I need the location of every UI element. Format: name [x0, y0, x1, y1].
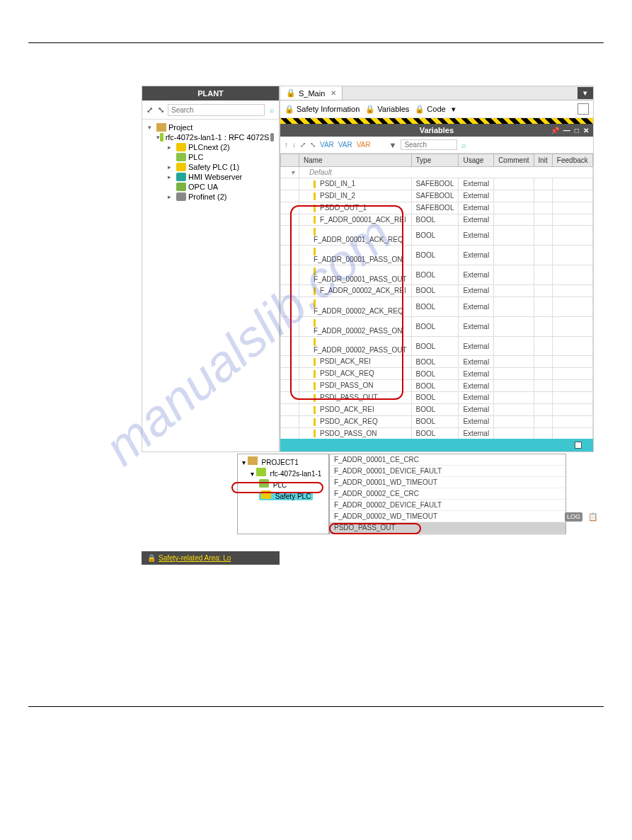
tree-plcnext[interactable]: ▸PLCnext (2): [142, 142, 279, 152]
mini-plc[interactable]: PLC: [239, 478, 327, 490]
table-row[interactable]: F_ADDR_00001_ACK_REIBOOLExternal: [281, 214, 593, 226]
tree-safety-plc[interactable]: ▸Safety PLC (1): [142, 162, 279, 172]
var-tool-2[interactable]: VAR: [338, 141, 352, 149]
safety-status-bar: 🔒 Safety-related Area: Lo: [142, 551, 280, 565]
safety-info-button[interactable]: 🔒Safety Information: [285, 105, 360, 114]
col-comment[interactable]: Comment: [494, 154, 534, 167]
table-row[interactable]: PSDO_OUT_1SAFEBOOLExternal: [281, 202, 593, 214]
var-tool-3[interactable]: VAR: [357, 141, 371, 149]
table-row[interactable]: PSDO_PASS_ONBOOLExternal: [281, 427, 593, 439]
mini-project[interactable]: ▾ PROJECT1: [239, 456, 327, 467]
table-row[interactable]: F_ADDR_00001_PASS_ONBOOLExternal: [281, 246, 593, 265]
minimize-icon[interactable]: —: [563, 127, 570, 134]
mini-device[interactable]: ▾ rfc-4072s-lan1-1: [239, 467, 327, 478]
safety-stripe: [280, 118, 593, 124]
tree-plc[interactable]: PLC: [142, 152, 279, 162]
table-row[interactable]: F_ADDR_00002_PASS_ONBOOLExternal: [281, 316, 593, 336]
plant-title: PLANT: [142, 86, 279, 100]
collapse-all-icon[interactable]: ⤡: [156, 103, 165, 116]
tab-close-icon[interactable]: ✕: [331, 89, 336, 97]
close-icon[interactable]: ✕: [583, 127, 589, 134]
variables-button[interactable]: 🔒Variables: [365, 105, 409, 114]
address-list: F_ADDR_00001_CE_CRCF_ADDR_00001_DEVICE_F…: [329, 454, 566, 534]
col-type[interactable]: Type: [411, 154, 459, 167]
address-item[interactable]: F_ADDR_00002_CE_CRC: [330, 488, 565, 500]
tab-s-main[interactable]: 🔒 S_Main ✕: [280, 86, 343, 100]
table-row[interactable]: F_ADDR_00001_ACK_REQBOOLExternal: [281, 226, 593, 246]
col-init[interactable]: Init: [534, 154, 552, 167]
variables-toolbar: ↑ ↓ ⤢ ⤡ VAR VAR VAR ▼ ⌕: [280, 137, 593, 154]
collapse-icon[interactable]: ⤡: [310, 141, 316, 149]
address-item[interactable]: F_ADDR_00001_WD_TIMEOUT: [330, 477, 565, 488]
variables-table: Name Type Usage Comment Init Feedback ▾D…: [280, 154, 593, 439]
table-row[interactable]: PSDO_ACK_REIBOOLExternal: [281, 403, 593, 415]
tool-icon[interactable]: 📋: [588, 512, 598, 522]
table-row[interactable]: PSDI_IN_2SAFEBOOLExternal: [281, 190, 593, 202]
col-usage[interactable]: Usage: [459, 154, 494, 167]
expand-icon[interactable]: ⤢: [300, 141, 306, 149]
log-icon[interactable]: LOG: [565, 512, 582, 522]
table-row[interactable]: F_ADDR_00002_ACK_REQBOOLExternal: [281, 297, 593, 316]
variables-search-input[interactable]: [401, 139, 457, 150]
plant-search-input[interactable]: [168, 104, 265, 116]
table-row[interactable]: F_ADDR_00001_PASS_OUTBOOLExternal: [281, 265, 593, 285]
code-button[interactable]: 🔒Code: [415, 105, 445, 114]
table-row[interactable]: PSDO_ACK_REQBOOLExternal: [281, 415, 593, 427]
col-name[interactable]: Name: [299, 154, 412, 167]
tab-bar: 🔒 S_Main ✕ ▾: [280, 86, 593, 100]
var-search-icon[interactable]: ⌕: [461, 141, 466, 149]
col-feedback[interactable]: Feedback: [552, 154, 592, 167]
table-row[interactable]: PSDI_IN_1SAFEBOOLExternal: [281, 178, 593, 190]
arrow-up-icon[interactable]: ↑: [285, 141, 288, 149]
table-header-row: Name Type Usage Comment Init Feedback: [281, 154, 593, 167]
sub-toolbar: 🔒Safety Information 🔒Variables 🔒Code ▾: [280, 100, 593, 118]
expand-all-icon[interactable]: ⤢: [145, 103, 154, 116]
plant-toolbar: ⤢ ⤡ ⌕: [142, 100, 279, 120]
tree-project[interactable]: ▾Project: [142, 122, 279, 132]
table-row[interactable]: F_ADDR_00002_PASS_OUTBOOLExternal: [281, 336, 593, 356]
table-row[interactable]: PSDI_PASS_OUTBOOLExternal: [281, 392, 593, 404]
tree-profinet[interactable]: ▸Profinet (2): [142, 192, 279, 202]
pin-icon[interactable]: 📌: [551, 127, 559, 134]
lock-icon: 🔒: [147, 554, 156, 562]
table-row[interactable]: PSDI_ACK_REQBOOLExternal: [281, 368, 593, 380]
tree-device[interactable]: ▾rfc-4072s-lan1-1 : RFC 4072S: [142, 132, 279, 142]
lock-icon: 🔒: [286, 88, 296, 98]
address-item[interactable]: F_ADDR_00002_DEVICE_FAULT: [330, 500, 565, 511]
search-icon[interactable]: ⌕: [268, 103, 276, 116]
new-row[interactable]: [280, 439, 593, 451]
address-item[interactable]: F_ADDR_00001_CE_CRC: [330, 454, 565, 466]
filter-icon[interactable]: ▼: [389, 141, 396, 149]
address-item[interactable]: F_ADDR_00001_DEVICE_FAULT: [330, 466, 565, 477]
plant-panel: PLANT ⤢ ⤡ ⌕ ▾Project ▾rfc-4072s-lan1-1 :…: [142, 86, 280, 452]
mini-tree: ▾ PROJECT1 ▾ rfc-4072s-lan1-1 PLC Safety…: [237, 454, 329, 534]
default-group-row[interactable]: ▾Default: [281, 167, 593, 178]
panel-options-button[interactable]: [578, 103, 589, 115]
plant-tree: ▾Project ▾rfc-4072s-lan1-1 : RFC 4072S ▸…: [142, 120, 279, 205]
address-item[interactable]: PSDO_PASS_OUT: [330, 522, 565, 534]
tree-hmi[interactable]: ▸HMI Webserver: [142, 172, 279, 182]
mini-safety-plc[interactable]: Safety PLC: [239, 490, 327, 501]
table-row[interactable]: PSDI_ACK_REIBOOLExternal: [281, 356, 593, 368]
variables-header: Variables 📌 — □ ✕: [280, 124, 593, 137]
arrow-down-icon[interactable]: ↓: [292, 141, 296, 149]
dropdown-icon[interactable]: ▾: [452, 105, 456, 114]
address-item[interactable]: F_ADDR_00002_WD_TIMEOUT: [330, 511, 565, 522]
var-tool-1[interactable]: VAR: [320, 141, 334, 149]
tree-opc[interactable]: OPC UA: [142, 182, 279, 192]
table-row[interactable]: F_ADDR_00002_ACK_REIBOOLExternal: [281, 285, 593, 297]
maximize-icon[interactable]: □: [575, 127, 579, 134]
tab-dropdown-icon[interactable]: ▾: [578, 87, 593, 99]
main-panel: 🔒 S_Main ✕ ▾ 🔒Safety Information 🔒Variab…: [280, 86, 594, 452]
table-row[interactable]: PSDI_PASS_ONBOOLExternal: [281, 380, 593, 392]
